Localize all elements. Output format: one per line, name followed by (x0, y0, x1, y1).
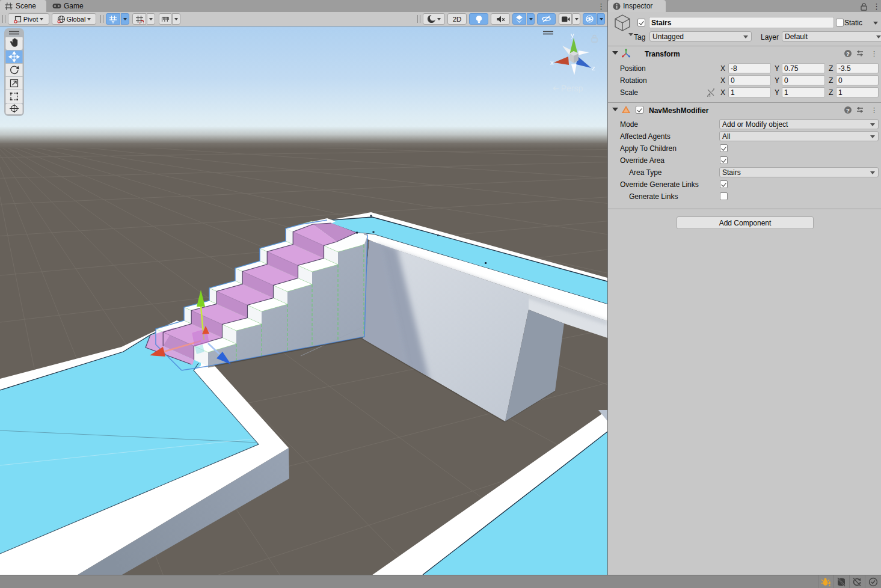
svg-text:⋮: ⋮ (871, 50, 875, 57)
svg-text:y: y (571, 31, 574, 38)
svg-text:?: ? (846, 51, 850, 57)
svg-text:x: x (550, 59, 554, 66)
svg-text:?: ? (846, 107, 850, 114)
svg-text:z: z (592, 64, 595, 72)
svg-text:⋮: ⋮ (871, 106, 875, 114)
svg-text:Persp: Persp (561, 84, 583, 93)
